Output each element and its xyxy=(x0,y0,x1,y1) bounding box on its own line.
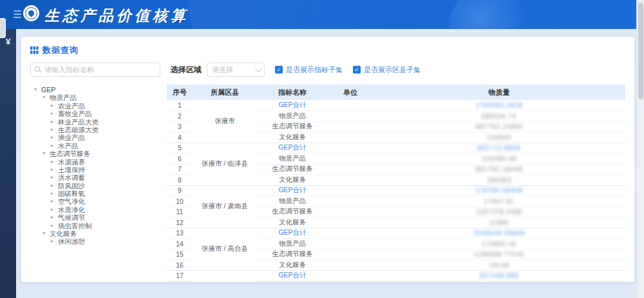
row-index-cell: 16 xyxy=(167,260,193,271)
table-wrap: 序号所属区县指标名称单位物质量 1张掖市GEP合计1789585.29282物质… xyxy=(167,84,625,282)
unit-cell xyxy=(328,164,373,175)
caret-right-icon[interactable]: ▸ xyxy=(51,190,58,197)
table-row[interactable]: 1张掖市GEP合计1789585.2928 xyxy=(167,100,625,111)
filter-row: 选择区域 请选择 ✓ 是否展示指标子集 ✓ 是否展示区县子集 xyxy=(30,63,625,77)
gep-total-link[interactable]: GEP合计 xyxy=(257,143,328,154)
row-index-cell: 13 xyxy=(167,228,193,239)
caret-right-icon[interactable]: ▸ xyxy=(51,206,58,214)
blurred-value: 180483 xyxy=(487,176,511,184)
table-row[interactable]: 9张掖市 / 肃南县GEP合计178780.58408 xyxy=(167,185,625,196)
caret-right-icon[interactable]: ▸ xyxy=(51,214,58,221)
tree-item[interactable]: ▸防风固沙 xyxy=(30,182,167,190)
tree-item[interactable]: ▸林业产品大类 xyxy=(30,118,167,126)
caret-right-icon[interactable]: ▸ xyxy=(51,174,58,181)
content-row: ▾GEP▾物质产品▸农业产品▸畜牧业产品▸林业产品大类▸生态能源大类▸渔业产品▸… xyxy=(30,84,625,282)
blurred-value: 802713.8809 xyxy=(478,144,521,152)
tree-item[interactable]: ▸固碳释氧 xyxy=(30,190,167,197)
blurred-value: 174800.45 xyxy=(482,240,516,248)
tree-item[interactable]: ▸渔业产品 xyxy=(30,134,167,141)
gep-total-link[interactable]: GEP合计 xyxy=(257,228,328,239)
tree-item-label: 文化服务 xyxy=(50,230,77,237)
region-cell: 张掖市 / 肃南县 xyxy=(193,185,257,228)
indicator-tree: ▾GEP▾物质产品▸农业产品▸畜牧业产品▸林业产品大类▸生态能源大类▸渔业产品▸… xyxy=(30,84,167,246)
unit-cell xyxy=(328,281,373,283)
app-header: 生态产品价值核算 xyxy=(0,0,636,29)
tree-item[interactable]: ▸气候调节 xyxy=(30,214,167,221)
caret-right-icon[interactable]: ▸ xyxy=(51,237,58,245)
blurred-value: 887763.15884 xyxy=(475,123,522,130)
table-row[interactable]: 5张掖市 / 临泽县GEP合计802713.8809 xyxy=(167,143,625,154)
tree-item[interactable]: ▸畜牧业产品 xyxy=(30,110,167,117)
tree-item-label: 病虫害控制 xyxy=(58,222,92,230)
quantity-cell: 178780.58408 xyxy=(373,185,625,196)
blurred-value: 18148 xyxy=(489,261,509,269)
tree-item[interactable]: ▾GEP xyxy=(30,86,167,94)
tree-item[interactable]: ▸农业产品 xyxy=(30,102,167,110)
caret-right-icon[interactable]: ▸ xyxy=(51,134,58,141)
unit-cell xyxy=(328,239,373,250)
caret-right-icon[interactable]: ▸ xyxy=(51,158,58,166)
gep-total-link[interactable]: GEP合计 xyxy=(257,270,328,281)
tree-item[interactable]: ▸空气净化 xyxy=(30,197,167,205)
gep-total-link[interactable]: GEP合计 xyxy=(257,100,328,111)
side-rail: ¥ xyxy=(0,29,16,298)
caret-right-icon[interactable]: ▸ xyxy=(51,142,58,150)
unit-cell xyxy=(328,249,373,260)
tree-item[interactable]: ▸水产品 xyxy=(30,142,167,150)
checkbox-label: 是否展示指标子集 xyxy=(286,65,343,75)
tree-item[interactable]: ▸水质净化 xyxy=(30,206,167,214)
tree-item[interactable]: ▸生态能源大类 xyxy=(30,126,167,134)
checkbox-checked-icon[interactable]: ✓ xyxy=(353,66,361,74)
unit-cell xyxy=(328,206,373,217)
table-row[interactable]: 13张掖市 / 高台县GEP合计2848048.98808 xyxy=(167,228,625,239)
table-row[interactable]: 17GEP合计557048.888 xyxy=(167,270,625,281)
caret-down-icon[interactable]: ▾ xyxy=(34,86,41,94)
unit-cell xyxy=(328,185,373,196)
tree-item[interactable]: ▸病虫害控制 xyxy=(30,222,167,230)
blurred-value: 557048.888 xyxy=(480,272,518,279)
show-indicator-subset-checkbox[interactable]: ✓ 是否展示指标子集 xyxy=(275,65,343,75)
tree-item[interactable]: ▸洪水调蓄 xyxy=(30,174,167,181)
tree-item-label: 空气净化 xyxy=(58,197,85,205)
row-index-cell: 11 xyxy=(167,206,193,217)
gep-total-link[interactable]: GEP合计 xyxy=(257,185,328,196)
row-index-cell: 17 xyxy=(167,270,193,281)
blurred-value: 1188988.77045 xyxy=(474,250,525,258)
show-county-subset-checkbox[interactable]: ✓ 是否展示区县子集 xyxy=(353,65,421,75)
quantity-cell: 688034.74 xyxy=(373,111,625,122)
caret-right-icon[interactable]: ▸ xyxy=(51,102,58,110)
caret-right-icon[interactable]: ▸ xyxy=(51,110,58,117)
app-title: 生态产品价值核算 xyxy=(44,6,189,26)
row-index-cell: 3 xyxy=(167,121,193,132)
tree-item[interactable]: ▸休闲游憩 xyxy=(30,237,167,245)
caret-down-icon[interactable]: ▾ xyxy=(43,230,50,237)
scrollbar-thumb[interactable] xyxy=(638,3,643,99)
tree-item[interactable]: ▾生态调节服务 xyxy=(30,150,167,157)
logo-ring xyxy=(25,7,37,19)
caret-down-icon[interactable]: ▾ xyxy=(43,94,50,101)
unit-cell xyxy=(328,260,373,271)
logo-emblem-icon xyxy=(27,9,35,17)
caret-right-icon[interactable]: ▸ xyxy=(51,182,58,190)
tree-item[interactable]: ▾文化服务 xyxy=(30,230,167,237)
checkbox-checked-icon[interactable]: ✓ xyxy=(275,66,283,74)
caret-right-icon[interactable]: ▸ xyxy=(51,222,58,230)
tree-item[interactable]: ▾物质产品 xyxy=(30,94,167,101)
tree-item[interactable]: ▸水源涵养 xyxy=(30,158,167,166)
region-select[interactable]: 请选择 xyxy=(207,63,265,77)
row-index-cell: 8 xyxy=(167,175,193,186)
caret-right-icon[interactable]: ▸ xyxy=(51,126,58,134)
unit-cell xyxy=(328,100,373,111)
menu-toggle-icon[interactable] xyxy=(14,10,21,18)
unit-cell xyxy=(328,175,373,186)
unit-cell xyxy=(328,154,373,164)
caret-right-icon[interactable]: ▸ xyxy=(51,166,58,174)
tree-item[interactable]: ▸土壤保持 xyxy=(30,166,167,174)
search-icon xyxy=(35,66,41,73)
caret-right-icon[interactable]: ▸ xyxy=(51,197,58,205)
indicator-search-input[interactable] xyxy=(44,66,156,74)
caret-right-icon[interactable]: ▸ xyxy=(51,118,58,126)
checkbox-label: 是否展示区县子集 xyxy=(364,65,421,75)
row-index-cell: 6 xyxy=(167,154,193,164)
caret-down-icon[interactable]: ▾ xyxy=(43,150,50,157)
